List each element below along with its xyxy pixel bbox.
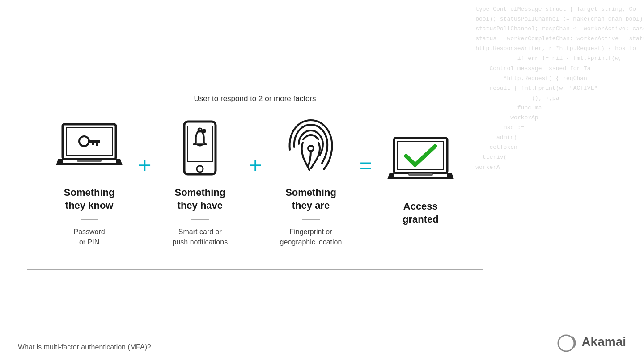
equals-operator: = xyxy=(360,153,372,178)
akamai-label: Akamai xyxy=(581,335,626,349)
factor-are-title: Somethingthey are xyxy=(285,186,336,212)
akamai-logo: Akamai xyxy=(556,331,626,353)
factor-result: Accessgranted xyxy=(372,133,469,233)
akamai-logo-icon xyxy=(556,331,579,353)
main-content: User to respond to 2 or more factors xyxy=(0,0,492,362)
factor-know-divider xyxy=(80,219,98,220)
factors-row: Somethingthey know Passwordor PIN + xyxy=(41,119,469,247)
factor-are-divider xyxy=(302,219,320,220)
mfa-box: User to respond to 2 or more factors xyxy=(27,101,483,270)
plus-operator-1: + xyxy=(138,152,151,179)
footer-text: What is multi-factor authentication (MFA… xyxy=(18,343,151,351)
phone-bell-icon xyxy=(164,119,236,177)
svg-rect-4 xyxy=(96,143,98,146)
factor-know-title: Somethingthey know xyxy=(64,186,115,212)
factor-know-subtitle: Passwordor PIN xyxy=(74,227,105,247)
factor-have-title: Somethingthey have xyxy=(174,186,225,212)
laptop-check-icon xyxy=(385,133,456,191)
svg-point-10 xyxy=(202,129,206,133)
factor-know: Somethingthey know Passwordor PIN xyxy=(41,119,138,247)
factor-result-title: Accessgranted xyxy=(402,200,439,226)
svg-rect-5 xyxy=(92,143,94,145)
factor-are: Somethingthey are Fingerprint orgeograph… xyxy=(262,119,359,247)
svg-point-16 xyxy=(558,335,574,351)
factor-are-subtitle: Fingerprint orgeographic location xyxy=(280,227,342,247)
svg-rect-6 xyxy=(77,160,102,162)
svg-rect-3 xyxy=(88,140,100,143)
box-label: User to respond to 2 or more factors xyxy=(186,94,323,103)
laptop-key-icon xyxy=(54,119,125,177)
factor-have-subtitle: Smart card orpush notifications xyxy=(173,227,228,247)
fingerprint-icon xyxy=(275,119,347,177)
plus-operator-2: + xyxy=(249,152,262,179)
svg-rect-15 xyxy=(408,173,433,176)
factor-have: Somethingthey have Smart card orpush not… xyxy=(152,119,249,247)
factor-have-divider xyxy=(191,219,209,220)
